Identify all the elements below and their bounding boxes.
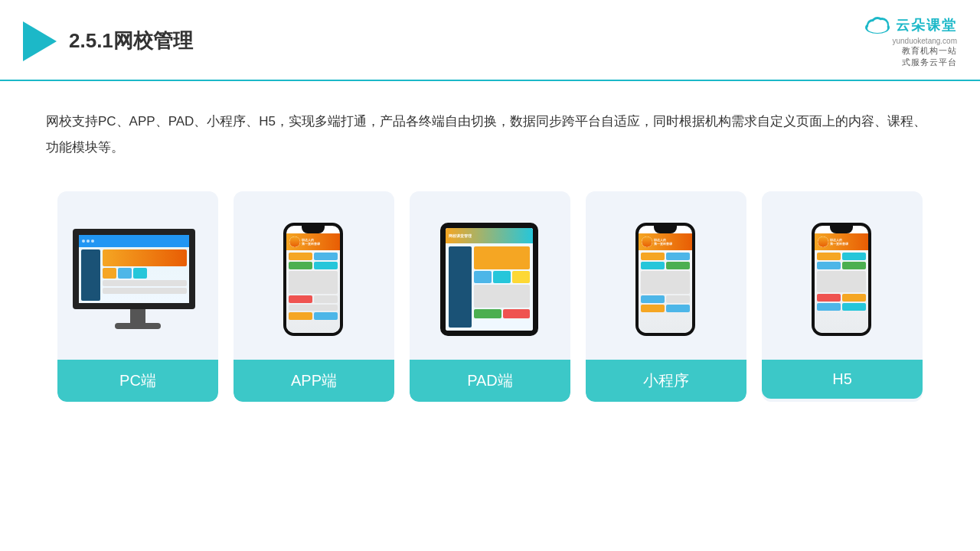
logo-triangle-icon	[23, 21, 57, 61]
card-h5-label: H5	[762, 360, 923, 399]
header-right: 云朵课堂 yunduoketang.com 教育机构一站式服务云平台	[862, 14, 957, 69]
svg-point-7	[873, 19, 882, 28]
brand-tagline: 教育机构一站式服务云平台	[892, 45, 957, 69]
monitor-screen	[73, 229, 195, 309]
card-pad: 网校课堂管理	[410, 191, 570, 402]
brand-url: yunduoketang.com	[892, 37, 957, 45]
header-left: 2.5.1网校管理	[23, 21, 193, 61]
card-h5-image: 职达人的第一堂科普课	[762, 191, 923, 360]
card-h5: 职达人的第一堂科普课	[762, 191, 923, 402]
card-pc-label: PC端	[57, 360, 218, 402]
card-app: 职达人的第一堂科普课	[234, 191, 394, 402]
card-pc-image	[57, 191, 218, 360]
description-text: 网校支持PC、APP、PAD、小程序、H5，实现多端打通，产品各终端自由切换，数…	[0, 81, 980, 176]
brand-name: 云朵课堂	[896, 16, 957, 34]
card-app-label: APP端	[234, 360, 394, 402]
page-title: 2.5.1网校管理	[69, 28, 193, 54]
pad-mockup: 网校课堂管理	[440, 223, 540, 336]
card-app-image: 职达人的第一堂科普课	[234, 191, 394, 360]
cloud-icon	[862, 14, 893, 37]
card-pad-image: 网校课堂管理	[410, 191, 570, 360]
cards-container: PC端 职达人的第一堂科普课	[0, 176, 980, 425]
card-miniprogram: 职达人的第一堂科普课	[586, 191, 746, 402]
brand-cloud: 云朵课堂	[862, 14, 957, 37]
card-pad-label: PAD端	[410, 360, 570, 402]
card-miniprogram-image: 职达人的第一堂科普课	[586, 191, 746, 360]
h5-phone-mockup: 职达人的第一堂科普课	[812, 223, 873, 336]
app-phone-mockup: 职达人的第一堂科普课	[283, 223, 345, 336]
miniprogram-phone-mockup: 职达人的第一堂科普课	[635, 223, 697, 336]
header: 2.5.1网校管理 云朵课堂 yunduoketan	[0, 0, 980, 81]
pc-mockup	[73, 229, 203, 329]
brand-logo: 云朵课堂 yunduoketang.com 教育机构一站式服务云平台	[862, 14, 957, 69]
description-content: 网校支持PC、APP、PAD、小程序、H5，实现多端打通，产品各终端自由切换，数…	[46, 114, 926, 155]
card-miniprogram-label: 小程序	[586, 360, 746, 402]
card-pc: PC端	[57, 191, 218, 402]
